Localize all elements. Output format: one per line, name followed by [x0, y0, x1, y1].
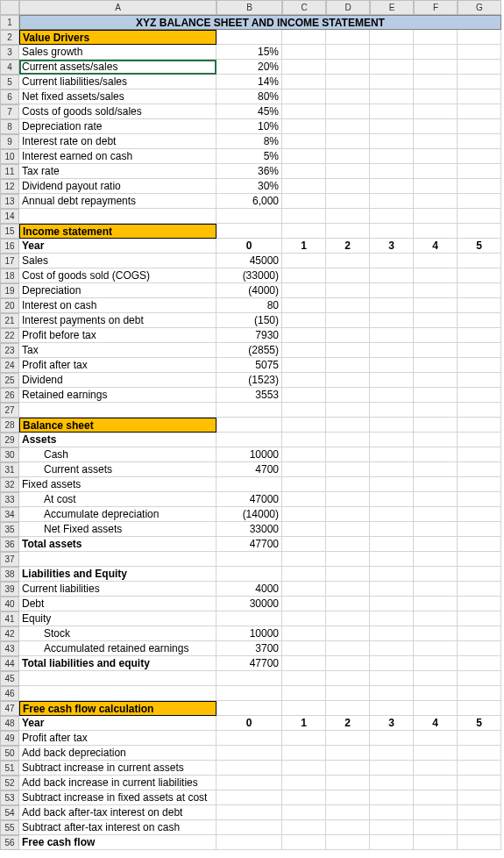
cell-F16[interactable]: 4 [414, 239, 458, 254]
cell-G31[interactable] [458, 462, 501, 477]
cell-D50[interactable] [326, 746, 370, 761]
cell-A23[interactable]: Tax [19, 343, 217, 358]
cell-G29[interactable] [458, 433, 501, 447]
cell-C13[interactable] [282, 194, 326, 209]
cell-G6[interactable] [458, 89, 501, 104]
cell-D29[interactable] [326, 433, 370, 447]
cell-B48[interactable]: 0 [217, 716, 282, 731]
cell-E16[interactable]: 3 [370, 239, 414, 254]
cell-A9[interactable]: Interest rate on debt [19, 134, 217, 149]
cell-A10[interactable]: Interest earned on cash [19, 149, 217, 164]
cell-D40[interactable] [326, 597, 370, 611]
cell-F44[interactable] [414, 656, 458, 671]
cell-D17[interactable] [326, 254, 370, 268]
row-header-30[interactable]: 30 [0, 447, 19, 462]
cell-B56[interactable] [217, 835, 282, 850]
cell-A24[interactable]: Profit after tax [19, 358, 217, 373]
cell-D32[interactable] [326, 477, 370, 492]
cell-E11[interactable] [370, 164, 414, 179]
cell-E38[interactable] [370, 567, 414, 582]
cell-A15[interactable]: Income statement [19, 224, 217, 239]
cell-D55[interactable] [326, 820, 370, 835]
cell-B39[interactable]: 4000 [217, 582, 282, 597]
cell-D8[interactable] [326, 119, 370, 134]
cell-G42[interactable] [458, 626, 501, 641]
cell-E10[interactable] [370, 149, 414, 164]
cell-B25[interactable]: (1523) [217, 373, 282, 388]
row-header-48[interactable]: 48 [0, 716, 19, 731]
col-header-E[interactable]: E [370, 0, 414, 15]
cell-C45[interactable] [282, 671, 326, 686]
cell-B47[interactable] [217, 701, 282, 716]
cell-B36[interactable]: 47700 [217, 537, 282, 552]
row-header-9[interactable]: 9 [0, 134, 19, 149]
cell-C11[interactable] [282, 164, 326, 179]
cell-F35[interactable] [414, 522, 458, 537]
cell-D48[interactable]: 2 [326, 716, 370, 731]
cell-A1[interactable]: XYZ BALANCE SHEET AND INCOME STATEMENT [19, 15, 501, 30]
cell-A4[interactable]: Current assets/sales [19, 60, 217, 75]
row-header-3[interactable]: 3 [0, 45, 19, 60]
cell-G20[interactable] [458, 298, 501, 313]
cell-C49[interactable] [282, 731, 326, 746]
cell-E19[interactable] [370, 283, 414, 298]
cell-B35[interactable]: 33000 [217, 522, 282, 537]
cell-G22[interactable] [458, 328, 501, 343]
cell-A46[interactable] [19, 686, 217, 701]
cell-C46[interactable] [282, 686, 326, 701]
row-header-32[interactable]: 32 [0, 477, 19, 492]
cell-A53[interactable]: Subtract increase in fixed assets at cos… [19, 790, 217, 805]
cell-E35[interactable] [370, 522, 414, 537]
cell-A2[interactable]: Value Drivers [19, 30, 217, 45]
cell-F47[interactable] [414, 701, 458, 716]
cell-C41[interactable] [282, 611, 326, 626]
row-header-38[interactable]: 38 [0, 567, 19, 582]
cell-F29[interactable] [414, 433, 458, 447]
cell-C7[interactable] [282, 104, 326, 119]
cell-E34[interactable] [370, 507, 414, 522]
cell-A36[interactable]: Total assets [19, 537, 217, 552]
cell-D46[interactable] [326, 686, 370, 701]
cell-D27[interactable] [326, 403, 370, 418]
row-header-28[interactable]: 28 [0, 418, 19, 433]
cell-E45[interactable] [370, 671, 414, 686]
cell-G54[interactable] [458, 805, 501, 820]
cell-A32[interactable]: Fixed assets [19, 477, 217, 492]
cell-F24[interactable] [414, 358, 458, 373]
cell-E43[interactable] [370, 641, 414, 656]
cell-D56[interactable] [326, 835, 370, 850]
cell-A47[interactable]: Free cash flow calculation [19, 701, 217, 716]
cell-G10[interactable] [458, 149, 501, 164]
cell-A3[interactable]: Sales growth [19, 45, 217, 60]
cell-B20[interactable]: 80 [217, 298, 282, 313]
cell-E24[interactable] [370, 358, 414, 373]
row-header-34[interactable]: 34 [0, 507, 19, 522]
cell-D34[interactable] [326, 507, 370, 522]
row-header-14[interactable]: 14 [0, 209, 19, 224]
corner-cell[interactable] [0, 0, 19, 15]
cell-G48[interactable]: 5 [458, 716, 501, 731]
cell-E4[interactable] [370, 60, 414, 75]
row-header-53[interactable]: 53 [0, 790, 19, 805]
cell-D26[interactable] [326, 388, 370, 403]
row-header-19[interactable]: 19 [0, 283, 19, 298]
cell-F43[interactable] [414, 641, 458, 656]
cell-B43[interactable]: 3700 [217, 641, 282, 656]
cell-G12[interactable] [458, 179, 501, 194]
cell-B33[interactable]: 47000 [217, 492, 282, 507]
cell-A18[interactable]: Cost of goods sold (COGS) [19, 268, 217, 283]
cell-D9[interactable] [326, 134, 370, 149]
cell-A40[interactable]: Debt [19, 597, 217, 611]
cell-C26[interactable] [282, 388, 326, 403]
cell-F2[interactable] [414, 30, 458, 45]
cell-G52[interactable] [458, 776, 501, 790]
cell-D54[interactable] [326, 805, 370, 820]
cell-F9[interactable] [414, 134, 458, 149]
cell-F27[interactable] [414, 403, 458, 418]
cell-F32[interactable] [414, 477, 458, 492]
cell-C30[interactable] [282, 447, 326, 462]
cell-D15[interactable] [326, 224, 370, 239]
cell-B28[interactable] [217, 418, 282, 433]
cell-C24[interactable] [282, 358, 326, 373]
cell-C40[interactable] [282, 597, 326, 611]
